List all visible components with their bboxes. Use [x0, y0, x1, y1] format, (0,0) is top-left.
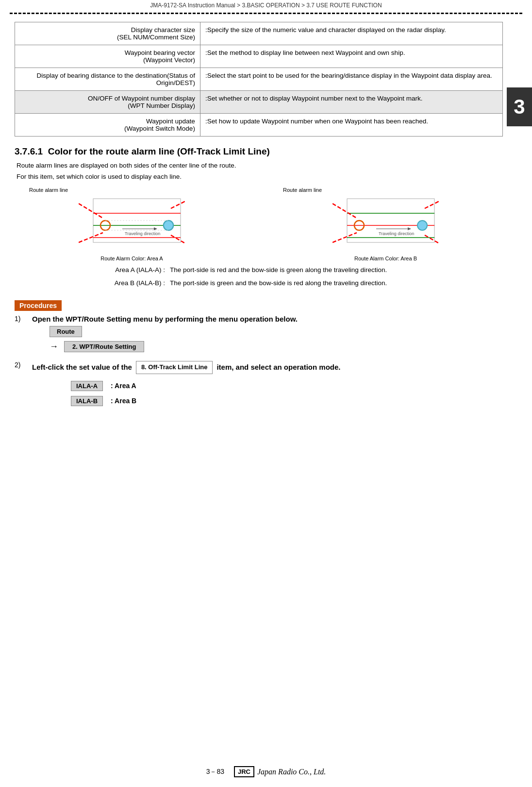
table-cell-desc-3: :Set whether or not to display Waypoint … [200, 91, 502, 114]
proc-step-1: 1) Open the WPT/Route Setting menu by pe… [15, 315, 503, 354]
svg-text:Traveling direction: Traveling direction [379, 231, 414, 236]
table-cell-desc-1: :Set the method to display line between … [200, 45, 502, 68]
body-text-1: Route alarm lines are displayed on both … [17, 162, 503, 169]
diagram-a-label-top: Route alarm line [29, 187, 249, 193]
iala-button-0[interactable]: IALA-A [71, 381, 103, 391]
svg-point-10 [164, 221, 173, 230]
arrow-symbol: → [50, 342, 58, 352]
proc-step-2: 2) Left-click the set value of the 8. Of… [15, 361, 503, 411]
section-heading: 3.7.6.1 Color for the route alarm line (… [15, 146, 503, 157]
area-label-1: Area B (IALA-B) : [92, 279, 170, 287]
dashed-divider [10, 13, 522, 14]
diagrams: Route alarm line [15, 187, 503, 261]
table-cell-desc-4: :Set how to update Waypoint number when … [200, 114, 502, 137]
step-2-text: Left-click the set value of the 8. Off-T… [32, 361, 503, 411]
diagram-a-svg: Traveling direction [79, 194, 185, 252]
iala-row-1: IALA-B: Area B [71, 396, 503, 406]
chapter-tab: 3 [507, 87, 532, 126]
table-cell-label-1: Waypoint bearing vector(Waypoint Vector) [15, 45, 200, 68]
step-1-num: 1) [15, 315, 32, 323]
step-2-text-after: item, and select an operation mode. [216, 361, 340, 373]
body-text-2: For this item, set which color is used t… [17, 173, 503, 180]
iala-button-1[interactable]: IALA-B [71, 396, 103, 406]
procedures-badge: Procedures [15, 300, 62, 311]
page-number: 3－83 [206, 768, 224, 776]
area-descriptions: Area A (IALA-A) :The port-side is red an… [92, 266, 503, 287]
step-2-text-before: Left-click the set value of the [32, 361, 132, 373]
iala-row-0: IALA-A: Area A [71, 381, 503, 391]
off-track-limit-button[interactable]: 8. Off-Track Limit Line [136, 361, 213, 374]
iala-desc-1: : Area B [111, 397, 136, 405]
area-label-0: Area A (IALA-A) : [92, 266, 170, 274]
svg-point-25 [417, 221, 427, 230]
diagram-area-a: Route alarm line [15, 187, 249, 261]
table-cell-label-0: Display character size(SEL NUM/Comment S… [15, 22, 200, 45]
diagram-area-b: Route alarm line Traveling direction [268, 187, 503, 261]
route-button[interactable]: Route [50, 326, 82, 337]
diagram-b-label-top: Route alarm line [283, 187, 503, 193]
diagram-b-label-bottom: Route Alarm Color: Area B [268, 256, 503, 261]
svg-text:Traveling direction: Traveling direction [125, 231, 160, 236]
table-cell-label-4: Waypoint update(Waypoint Switch Mode) [15, 114, 200, 137]
brand-name: Japan Radio Co., Ltd. [257, 768, 326, 776]
diagram-b-svg: Traveling direction [332, 194, 439, 252]
wpt-route-setting-button[interactable]: 2. WPT/Route Setting [64, 341, 144, 352]
settings-table: Display character size(SEL NUM/Comment S… [15, 22, 503, 137]
table-cell-label-3: ON/OFF of Waypoint number display(WPT Nu… [15, 91, 200, 114]
area-desc-1: The port-side is green and the bow-side … [170, 279, 503, 287]
diagram-a-label-bottom: Route Alarm Color: Area A [15, 256, 249, 261]
step-1-text: Open the WPT/Route Setting menu by perfo… [32, 315, 503, 354]
step-2-num: 2) [15, 361, 32, 369]
arrow-row: → 2. WPT/Route Setting [50, 341, 503, 352]
table-cell-desc-0: :Specify the size of the numeric value a… [200, 22, 502, 45]
jrc-label: JRC [234, 766, 254, 777]
table-cell-label-2: Display of bearing distance to the desti… [15, 68, 200, 91]
iala-desc-0: : Area A [111, 382, 136, 390]
footer-logo: JRC Japan Radio Co., Ltd. [234, 766, 326, 777]
area-row-0: Area A (IALA-A) :The port-side is red an… [92, 266, 503, 274]
area-desc-0: The port-side is red and the bow-side is… [170, 266, 503, 274]
footer: 3－83 JRC Japan Radio Co., Ltd. [0, 766, 532, 777]
table-cell-desc-2: :Select the start point to be used for t… [200, 68, 502, 91]
breadcrumb: JMA-9172-SA Instruction Manual > 3.BASIC… [0, 0, 532, 10]
area-row-1: Area B (IALA-B) :The port-side is green … [92, 279, 503, 287]
